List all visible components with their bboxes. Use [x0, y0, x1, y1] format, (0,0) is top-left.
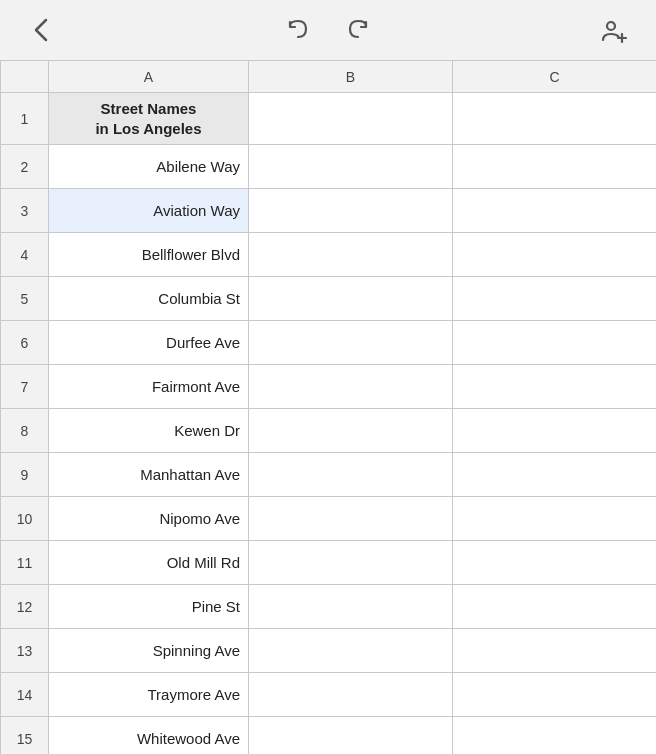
table-row[interactable]: 3Aviation Way [1, 189, 657, 233]
cell-b[interactable] [249, 321, 453, 365]
row-number: 3 [1, 189, 49, 233]
row-number: 4 [1, 233, 49, 277]
cell-a[interactable]: Traymore Ave [49, 673, 249, 717]
cell-a[interactable]: Bellflower Blvd [49, 233, 249, 277]
col-header-a[interactable]: A [49, 61, 249, 93]
cell-a[interactable]: Manhattan Ave [49, 453, 249, 497]
row-number: 6 [1, 321, 49, 365]
cell-a[interactable]: Nipomo Ave [49, 497, 249, 541]
cell-a[interactable]: Whitewood Ave [49, 717, 249, 755]
table-row[interactable]: 10Nipomo Ave [1, 497, 657, 541]
cell-c[interactable] [453, 717, 657, 755]
svg-point-0 [607, 22, 615, 30]
row-number: 5 [1, 277, 49, 321]
toolbar-left [24, 12, 60, 48]
cell-c[interactable] [453, 673, 657, 717]
back-button[interactable] [24, 12, 60, 48]
cell-b[interactable] [249, 453, 453, 497]
table-row[interactable]: 9Manhattan Ave [1, 453, 657, 497]
cell-a[interactable]: Pine St [49, 585, 249, 629]
table-row[interactable]: 15Whitewood Ave [1, 717, 657, 755]
row-number: 15 [1, 717, 49, 755]
toolbar-center [280, 12, 376, 48]
table-row[interactable]: 1Street Namesin Los Angeles [1, 93, 657, 145]
table-row[interactable]: 12Pine St [1, 585, 657, 629]
cell-b[interactable] [249, 717, 453, 755]
cell-c[interactable] [453, 453, 657, 497]
cell-b[interactable] [249, 189, 453, 233]
column-header-row: A B C [1, 61, 657, 93]
row-number: 1 [1, 93, 49, 145]
cell-b[interactable] [249, 233, 453, 277]
row-number: 14 [1, 673, 49, 717]
table-row[interactable]: 4Bellflower Blvd [1, 233, 657, 277]
cell-b[interactable] [249, 541, 453, 585]
cell-b[interactable] [249, 673, 453, 717]
cell-b[interactable] [249, 497, 453, 541]
cell-c[interactable] [453, 233, 657, 277]
cell-a[interactable]: Kewen Dr [49, 409, 249, 453]
table-row[interactable]: 14Traymore Ave [1, 673, 657, 717]
spreadsheet: A B C 1Street Namesin Los Angeles2Abilen… [0, 60, 656, 754]
col-header-b[interactable]: B [249, 61, 453, 93]
header-cell-a[interactable]: Street Namesin Los Angeles [49, 93, 249, 145]
table-row[interactable]: 5Columbia St [1, 277, 657, 321]
cell-a[interactable]: Abilene Way [49, 145, 249, 189]
row-number: 10 [1, 497, 49, 541]
col-header-c[interactable]: C [453, 61, 657, 93]
cell-b[interactable] [249, 409, 453, 453]
cell-b[interactable] [249, 277, 453, 321]
row-number: 12 [1, 585, 49, 629]
cell-a[interactable]: Durfee Ave [49, 321, 249, 365]
corner-cell [1, 61, 49, 93]
cell-b[interactable] [249, 629, 453, 673]
cell-c[interactable] [453, 497, 657, 541]
cell-a[interactable]: Old Mill Rd [49, 541, 249, 585]
row-number: 13 [1, 629, 49, 673]
cell-b[interactable] [249, 585, 453, 629]
row-number: 7 [1, 365, 49, 409]
table-row[interactable]: 13Spinning Ave [1, 629, 657, 673]
cell-a[interactable]: Columbia St [49, 277, 249, 321]
add-user-button[interactable] [596, 12, 632, 48]
toolbar-right [596, 12, 632, 48]
cell-c[interactable] [453, 321, 657, 365]
table-row[interactable]: 6Durfee Ave [1, 321, 657, 365]
cell-b[interactable] [249, 145, 453, 189]
table-row[interactable]: 2Abilene Way [1, 145, 657, 189]
cell-a[interactable]: Aviation Way [49, 189, 249, 233]
row-number: 9 [1, 453, 49, 497]
cell-c[interactable] [453, 277, 657, 321]
row-number: 11 [1, 541, 49, 585]
row-number: 8 [1, 409, 49, 453]
table-row[interactable]: 7Fairmont Ave [1, 365, 657, 409]
cell-c[interactable] [453, 629, 657, 673]
cell-c[interactable] [453, 93, 657, 145]
row-number: 2 [1, 145, 49, 189]
cell-c[interactable] [453, 409, 657, 453]
cell-c[interactable] [453, 365, 657, 409]
cell-a[interactable]: Spinning Ave [49, 629, 249, 673]
table-row[interactable]: 11Old Mill Rd [1, 541, 657, 585]
table-row[interactable]: 8Kewen Dr [1, 409, 657, 453]
undo-button[interactable] [280, 12, 316, 48]
cell-c[interactable] [453, 145, 657, 189]
cell-b[interactable] [249, 93, 453, 145]
redo-button[interactable] [340, 12, 376, 48]
cell-c[interactable] [453, 189, 657, 233]
cell-a[interactable]: Fairmont Ave [49, 365, 249, 409]
cell-c[interactable] [453, 541, 657, 585]
toolbar [0, 0, 656, 60]
cell-b[interactable] [249, 365, 453, 409]
cell-c[interactable] [453, 585, 657, 629]
